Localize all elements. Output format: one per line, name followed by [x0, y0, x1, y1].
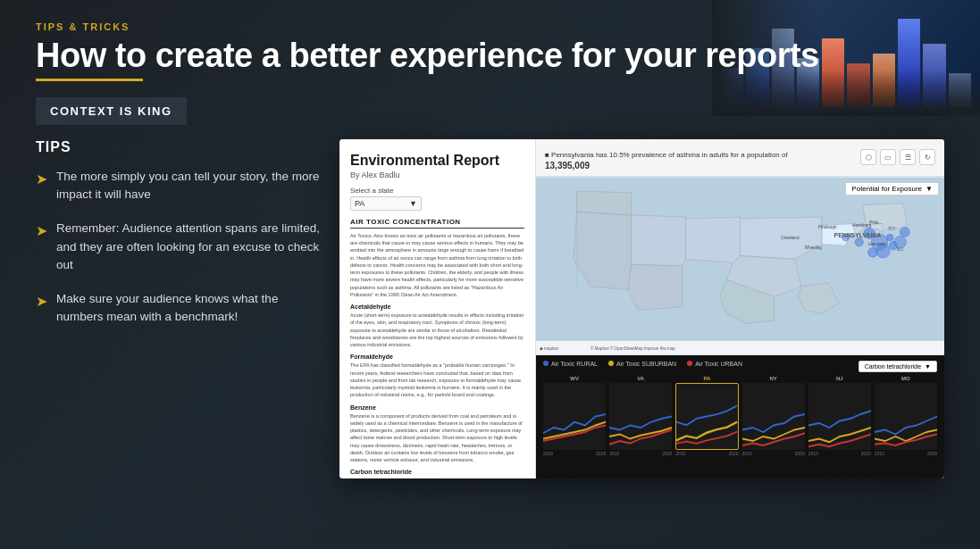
tip-item-3: ➤ Make sure your audience knows what the… — [36, 290, 322, 327]
chart-col-nj: NJ 2010 2020 — [808, 376, 871, 456]
report-section-title: AIR TOXIC CONCENTRATION — [350, 218, 524, 229]
legend-urban: Air Toxic URBAN — [687, 361, 742, 367]
map-stat-highlight: ■ — [545, 151, 549, 159]
chart-label-wv: WV — [543, 376, 606, 381]
tip-text-1: The more simply you can tell your story,… — [56, 168, 322, 204]
chart-year-nj-end: 2020 — [861, 451, 871, 456]
chart-label-nj: NJ — [808, 376, 871, 381]
main-title: How to create a better experience for yo… — [36, 37, 944, 75]
chart-year-pa-start: 2010 — [675, 451, 685, 456]
map-stat-description: Pennsylvania has 10.5% prevalence of ast… — [551, 151, 788, 159]
body-benzene: Benzene is a component of products deriv… — [350, 412, 524, 464]
sub-title-acetaldehyde: Acetaldehyde — [350, 304, 524, 310]
chart-dropdown[interactable]: Carbon tetrachloride ▼ — [859, 361, 937, 372]
chart-year-nj-start: 2010 — [808, 451, 818, 456]
chart-col-va: VA 2010 2020 — [609, 376, 672, 456]
svg-point-13 — [855, 238, 863, 246]
arrow-icon-1: ➤ — [36, 169, 47, 190]
legend-rural-label: Air Toxic RURAL — [551, 361, 598, 367]
report-left-column: Environmental Report By Alex Badlu Selec… — [339, 139, 536, 478]
tips-panel: TIPS ➤ The more simply you can tell your… — [36, 139, 322, 343]
chart-col-ny: NY 2010 2020 — [742, 376, 805, 456]
chart-box-nj — [808, 383, 871, 450]
legend-rural-dot — [543, 361, 549, 366]
svg-text:N.Y.: N.Y. — [889, 227, 896, 231]
report-title: Environmental Report — [350, 152, 524, 169]
map-dropdown[interactable]: Potential for Exposure ▼ — [845, 182, 939, 195]
report-panel: Environmental Report By Alex Badlu Selec… — [339, 139, 944, 478]
chart-dropdown-label: Carbon tetrachloride — [865, 363, 921, 370]
report-right-column: ■ Pennsylvania has 10.5% prevalence of a… — [536, 139, 944, 478]
legend-rural: Air Toxic RURAL — [543, 361, 598, 367]
report-state-select[interactable]: PA ▼ — [350, 196, 422, 211]
chart-year-ny-start: 2010 — [742, 451, 752, 456]
legend-urban-dot — [687, 361, 692, 366]
svg-text:Cleveland: Cleveland — [781, 235, 800, 239]
chart-box-ny — [742, 383, 805, 450]
map-header: ■ Pennsylvania has 10.5% prevalence of a… — [536, 139, 944, 177]
map-container: ◆ mapbox © Mapbox © OpenStreetMap Improv… — [536, 177, 944, 355]
map-dropdown-label: Potential for Exposure — [851, 185, 922, 193]
svg-point-11 — [886, 234, 893, 241]
chart-box-mo — [875, 383, 937, 450]
us-map-svg: ◆ mapbox © Mapbox © OpenStreetMap Improv… — [536, 177, 944, 355]
chart-year-pa-end: 2020 — [728, 451, 738, 456]
select-chevron-icon: ▼ — [409, 199, 417, 208]
tips-heading: TIPS — [36, 139, 322, 155]
chart-year-mo-start: 2010 — [875, 451, 884, 456]
map-control-camera[interactable]: ▭ — [880, 149, 896, 165]
sub-title-benzene: Benzene — [350, 404, 524, 411]
legend-suburban-label: Air Toxic SUBURBAN — [616, 361, 676, 367]
body-formaldehyde: The EPA has classified formaldehyde as a… — [350, 362, 524, 398]
sub-title-formaldehyde: Formaldehyde — [350, 354, 524, 360]
svg-text:PENNSYLVANIA: PENNSYLVANIA — [834, 232, 882, 238]
legend-urban-label: Air Toxic URBAN — [695, 361, 742, 367]
map-control-layers[interactable]: ☰ — [900, 149, 916, 165]
tip-item-2: ➤ Remember: Audience attention spans are… — [36, 220, 322, 274]
chart-col-wv: WV 2010 2020 — [543, 376, 606, 456]
svg-text:Lancaster: Lancaster — [868, 242, 886, 246]
body-carbon: Exposure to high concentrations of carbo… — [350, 477, 524, 478]
chart-box-va — [609, 383, 672, 450]
report-inner: Environmental Report By Alex Badlu Selec… — [339, 139, 944, 478]
report-body-text-1: Air Toxics: Also known as toxic air poll… — [350, 232, 524, 298]
tip-text-3: Make sure your audience knows what the n… — [56, 290, 322, 327]
svg-text:Phila...: Phila... — [869, 220, 882, 225]
chart-col-mo: MO 2010 2020 — [875, 376, 937, 456]
chart-label-va: VA — [609, 376, 672, 381]
tip-item-1: ➤ The more simply you can tell your stor… — [36, 168, 322, 204]
chart-box-pa — [675, 383, 738, 450]
chart-area: Air Toxic RURAL Air Toxic SUBURBAN Air T… — [536, 355, 944, 478]
context-section-label: CONTEXT IS KING — [36, 97, 187, 125]
chart-year-ny-end: 2020 — [795, 451, 805, 456]
report-state-value: PA — [355, 199, 364, 208]
chart-year-wv-start: 2010 — [543, 451, 553, 456]
legend-suburban: Air Toxic SUBURBAN — [608, 361, 676, 367]
map-control-share[interactable]: ⬡ — [860, 149, 876, 165]
svg-text:Pittsburgh: Pittsburgh — [818, 225, 837, 229]
svg-text:N.J.: N.J. — [897, 247, 904, 252]
chart-label-pa: PA — [675, 376, 738, 381]
svg-text:© Mapbox © OpenStreetMap   Imp: © Mapbox © OpenStreetMap Improve this ma… — [591, 345, 675, 350]
chart-dropdown-chevron: ▼ — [925, 363, 931, 370]
legend-suburban-dot — [608, 361, 614, 366]
arrow-icon-3: ➤ — [36, 291, 47, 312]
chart-year-wv-end: 2020 — [596, 451, 606, 456]
chart-year-va-end: 2020 — [662, 451, 672, 456]
map-stat-number: 13,395,009 — [545, 161, 788, 171]
svg-point-15 — [900, 227, 909, 237]
report-select-label: Select a state — [350, 187, 524, 195]
sub-title-carbon: Carbon tetrachloride — [350, 469, 524, 475]
svg-text:Wheeling: Wheeling — [805, 245, 822, 250]
main-layout: TIPS ➤ The more simply you can tell your… — [36, 139, 944, 478]
chart-col-pa: PA 2010 2020 — [675, 376, 738, 456]
report-author: By Alex Badlu — [350, 171, 524, 179]
chart-label-ny: NY — [742, 376, 805, 381]
map-control-refresh[interactable]: ↻ — [919, 149, 935, 165]
tip-text-2: Remember: Audience attention spans are l… — [56, 220, 322, 274]
map-stat-text: ■ Pennsylvania has 10.5% prevalence of a… — [545, 151, 788, 159]
map-dropdown-chevron: ▼ — [926, 185, 933, 193]
charts-row: WV 2010 2020 — [543, 376, 937, 456]
body-acetaldehyde: Acute (short-term) exposure to acetaldeh… — [350, 312, 524, 348]
arrow-icon-2: ➤ — [36, 220, 47, 242]
